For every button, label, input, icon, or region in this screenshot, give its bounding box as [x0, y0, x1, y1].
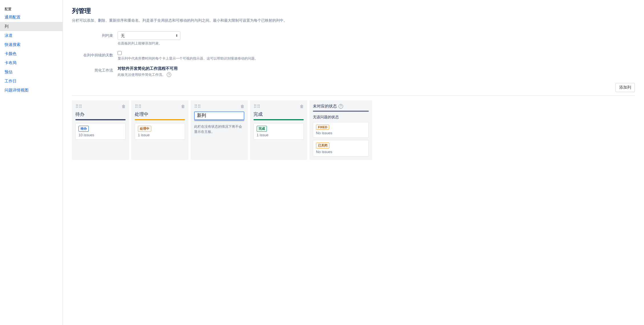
column-card-newcol: ⠿⠿ 🗑 此栏在没有状态的情况下将不会显示在主板。 [191, 100, 248, 160]
status-badge-closed: 已关闭 [316, 143, 329, 149]
status-badge-fixed: FIXED [316, 125, 329, 130]
trash-icon-newcol[interactable]: 🗑 [240, 104, 244, 109]
unmapped-help-icon[interactable]: ? [339, 104, 343, 109]
simplified-row: 简化工作流 对软件开发简化的工作流程不可用 此板无法使用软件简化工作流。 ? [72, 66, 635, 77]
sidebar-section-title: 配置 [0, 5, 63, 13]
status-badge-done: 完成 [257, 126, 267, 132]
sidebar-item-cardcolors[interactable]: 卡颜色 [0, 49, 63, 58]
issue-count-done: 1 issue [257, 133, 301, 137]
column-card-done: ⠿⠿ 🗑 完成 完成 1 issue [250, 100, 307, 160]
help-icon[interactable]: ? [167, 72, 171, 77]
sidebar-item-general[interactable]: 通用配置 [0, 13, 63, 22]
status-badge-todo: 待办 [79, 126, 89, 132]
column-card-inprogress: ⠿⠿ 🗑 处理中 处理中 1 issue [131, 100, 188, 160]
column-bar-newcol [194, 120, 244, 121]
unmapped-bar [313, 111, 369, 112]
constraint-label: 列约束 [72, 31, 118, 38]
column-card-header-newcol: ⠿⠿ 🗑 [194, 104, 244, 109]
sidebar-item-swimlanes[interactable]: 泳道 [0, 31, 63, 40]
sidebar-item-columns[interactable]: 列 [0, 22, 63, 31]
sidebar: 配置 通用配置 列 泳道 快速搜索 卡颜色 卡布局 预估 工作日 问题详情视图 [0, 0, 63, 325]
page-description: 分栏可以添加、删除、重新排序和重命名。列是基于全局状态和可移动的列与列之间。最小… [72, 18, 635, 23]
status-item-todo: 待办 10 issues [75, 123, 126, 140]
add-column-row: 添加列 [72, 83, 635, 92]
column-bar-done [253, 119, 304, 120]
constraint-row: 列约束 无 ⬍ 在面板的列上能够添加约束。 [72, 31, 635, 46]
constraint-content: 无 ⬍ 在面板的列上能够添加约束。 [118, 31, 635, 46]
column-card-header-todo: ⠿⠿ 🗑 [75, 104, 126, 109]
trash-icon-inprogress[interactable]: 🗑 [181, 104, 185, 109]
sidebar-item-workdays[interactable]: 工作日 [0, 77, 63, 86]
form-section: 列约束 无 ⬍ 在面板的列上能够添加约束。 在列中持续的天数 显示列中代表所费时… [72, 31, 635, 77]
issue-count-todo: 10 issues [79, 133, 122, 137]
days-label: 在列中持续的天数 [72, 51, 118, 58]
simplified-content: 对软件开发简化的工作流程不可用 此板无法使用软件简化工作流。 ? [118, 66, 635, 77]
simplified-desc: 此板无法使用软件简化工作流。 ? [118, 72, 635, 77]
sidebar-item-quicksearch[interactable]: 快速搜索 [0, 40, 63, 49]
drag-icon-done[interactable]: ⠿⠿ [253, 104, 260, 109]
column-card-header-done: ⠿⠿ 🗑 [253, 104, 304, 109]
issue-count-closed: No issues [316, 150, 366, 154]
no-status-text-newcol: 此栏在没有状态的情况下将不会显示在主板。 [194, 124, 244, 134]
sidebar-item-issuedetail[interactable]: 问题详情视图 [0, 86, 63, 95]
days-checkbox-row [118, 51, 635, 55]
column-name-inprogress: 处理中 [135, 111, 185, 117]
status-badge-inprogress: 处理中 [138, 126, 151, 132]
column-name-todo: 待办 [75, 111, 126, 117]
days-hint: 显示列中代表所费时间的每个卡上显示一个可视的指示器。这可以帮助识别慢速移动的问题… [118, 56, 635, 61]
sidebar-item-cardlayout[interactable]: 卡布局 [0, 58, 63, 68]
add-column-button[interactable]: 添加列 [615, 83, 635, 92]
drag-icon-inprogress[interactable]: ⠿⠿ [135, 104, 142, 109]
constraint-hint: 在面板的列上能够添加约束。 [118, 41, 635, 46]
unmapped-subtitle: 无该问题的状态 [313, 115, 369, 120]
simplified-label: 简化工作流 [72, 66, 118, 73]
days-row: 在列中持续的天数 显示列中代表所费时间的每个卡上显示一个可视的指示器。这可以帮助… [72, 51, 635, 61]
unmapped-title: 未对应的状态 ? [313, 104, 369, 109]
unmapped-card: 未对应的状态 ? 无该问题的状态 FIXED No issues 已关闭 No … [309, 100, 372, 160]
trash-icon-done[interactable]: 🗑 [300, 104, 304, 109]
columns-area: ⠿⠿ 🗑 待办 待办 10 issues ⠿⠿ 🗑 处理中 处理中 1 issu… [72, 96, 635, 160]
sidebar-item-estimation[interactable]: 预估 [0, 68, 63, 77]
drag-icon-newcol[interactable]: ⠿⠿ [194, 104, 201, 109]
status-item-done: 完成 1 issue [253, 123, 304, 140]
column-name-input-newcol[interactable] [194, 111, 244, 120]
days-content: 显示列中代表所费时间的每个卡上显示一个可视的指示器。这可以帮助识别慢速移动的问题… [118, 51, 635, 61]
main-content: 列管理 分栏可以添加、删除、重新排序和重命名。列是基于全局状态和可移动的列与列之… [63, 0, 644, 325]
unmapped-status-closed: 已关闭 No issues [313, 140, 369, 157]
constraint-select[interactable]: 无 [118, 31, 180, 40]
issue-count-fixed: No issues [316, 131, 366, 135]
column-bar-todo [75, 119, 126, 120]
column-card-todo: ⠿⠿ 🗑 待办 待办 10 issues [72, 100, 129, 160]
simplified-title: 对软件开发简化的工作流程不可用 [118, 66, 635, 71]
column-bar-inprogress [135, 119, 185, 120]
drag-icon-todo[interactable]: ⠿⠿ [75, 104, 82, 109]
column-card-header-inprogress: ⠿⠿ 🗑 [135, 104, 185, 109]
column-name-done: 完成 [253, 111, 304, 117]
status-item-inprogress: 处理中 1 issue [135, 123, 185, 140]
unmapped-status-fixed: FIXED No issues [313, 122, 369, 138]
days-checkbox[interactable] [118, 51, 122, 55]
constraint-select-wrapper: 无 ⬍ [118, 31, 180, 40]
page-title: 列管理 [72, 7, 635, 15]
issue-count-inprogress: 1 issue [138, 133, 182, 137]
trash-icon-todo[interactable]: 🗑 [122, 104, 126, 109]
